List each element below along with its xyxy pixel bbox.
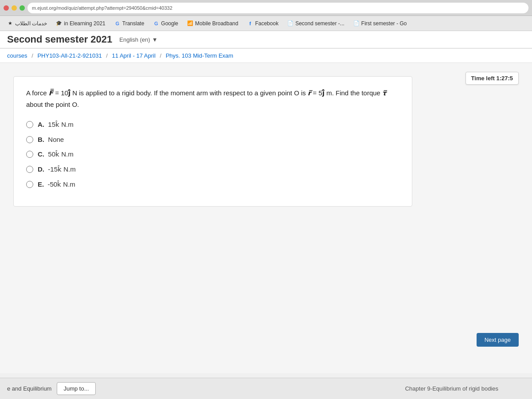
bookmark-second-label: Second semester -... (295, 20, 344, 27)
url-text: m.ejust.org/mod/quiz/attempt.php?attempt… (32, 5, 172, 11)
label-b: B. None (38, 136, 64, 143)
radio-a[interactable] (26, 121, 33, 128)
google-icon: G (153, 20, 159, 27)
answer-option-c[interactable]: C. 50k̂ N.m (26, 150, 399, 158)
bookmark-translate[interactable]: G Translate (111, 19, 148, 28)
bookmark-students[interactable]: ★ خدمات الطلاب (4, 19, 51, 28)
second-icon: 📄 (287, 20, 293, 27)
bookmark-google-label: Google (161, 20, 178, 27)
tau-variable: τ̅ (382, 89, 387, 97)
chevron-down-icon: ▼ (152, 36, 158, 43)
label-a: A. 15k̂ N.m (38, 121, 74, 129)
breadcrumb-section[interactable]: 11 April - 17 April (112, 52, 156, 59)
j-hat-1: ĵ̂ (68, 89, 70, 97)
answer-option-b[interactable]: B. None (26, 136, 399, 143)
bookmark-mobile-label: Mobile Broadband (195, 20, 238, 27)
breadcrumb-item[interactable]: Phys. 103 Mid-Term Exam (166, 52, 233, 59)
answer-option-d[interactable]: D. -15k̂ N.m (26, 165, 399, 173)
breadcrumb-home[interactable]: courses (7, 52, 27, 59)
bookmark-facebook[interactable]: f Facebook (243, 19, 282, 28)
elearning-icon: 🎓 (56, 20, 62, 27)
maximize-btn[interactable] (20, 5, 25, 11)
bookmark-mobile[interactable]: 📶 Mobile Broadband (184, 19, 242, 28)
bookmark-translate-label: Translate (122, 20, 145, 27)
minimize-btn[interactable] (12, 5, 17, 11)
semester-title: Second semester 2021 (7, 34, 112, 45)
radio-b[interactable] (26, 136, 33, 143)
breadcrumb-course[interactable]: PHY103-All-21-2-921031 (37, 52, 102, 59)
bookmark-facebook-label: Facebook (255, 20, 278, 27)
students-icon: ★ (7, 20, 13, 27)
question-text: A force F̅ = 10ĵ̂ N is applied to a rigi… (26, 87, 399, 110)
radio-c[interactable] (26, 151, 33, 158)
bookmark-elearning-label: in Elearning 2021 (64, 20, 105, 27)
bookmark-second[interactable]: 📄 Second semester -... (284, 19, 348, 28)
page-header: Second semester 2021 English (en) ▼ (0, 31, 532, 49)
translate-icon: G (114, 20, 121, 27)
language-selector[interactable]: English (en) ▼ (119, 36, 157, 43)
bookmark-students-label: خدمات الطلاب (15, 20, 47, 27)
timer-box: Time left 1:27:5 (466, 72, 519, 85)
next-page-button[interactable]: Next page (477, 333, 519, 347)
close-btn[interactable] (4, 5, 9, 11)
label-d: D. -15k̂ N.m (38, 165, 76, 173)
jump-to-button[interactable]: Jump to... (57, 382, 95, 395)
radio-d[interactable] (26, 166, 33, 173)
facebook-icon: f (247, 20, 253, 27)
bottom-bar: e and Equilibrium Jump to... Chapter 9-E… (0, 378, 532, 399)
bookmarks-bar: ★ خدمات الطلاب 🎓 in Elearning 2021 G Tra… (0, 16, 532, 31)
timer-text: Time left 1:27:5 (471, 75, 513, 82)
bookmark-first[interactable]: 📄 First semester - Go (350, 19, 411, 28)
browser-chrome: m.ejust.org/mod/quiz/attempt.php?attempt… (0, 0, 532, 16)
r-variable: r̅ (308, 89, 311, 97)
bookmark-elearning[interactable]: 🎓 in Elearning 2021 (52, 19, 109, 28)
label-e: E. -50k̂ N.m (38, 180, 75, 188)
answer-option-e[interactable]: E. -50k̂ N.m (26, 180, 399, 188)
answer-option-a[interactable]: A. 15k̂ N.m (26, 121, 399, 129)
label-c: C. 50k̂ N.m (38, 150, 74, 158)
bookmark-first-label: First semester - Go (361, 20, 407, 27)
breadcrumb: courses / PHY103-All-21-2-921031 / 11 Ap… (0, 49, 532, 63)
force-variable: F̅ (49, 89, 53, 97)
question-block: A force F̅ = 10ĵ̂ N is applied to a rigi… (13, 76, 412, 207)
content-area: Time left 1:27:5 A force F̅ = 10ĵ̂ N is … (0, 63, 532, 373)
first-icon: 📄 (353, 20, 360, 27)
j-hat-2: ĵ̂ (322, 89, 325, 97)
bottom-left-label: e and Equilibrium (7, 385, 51, 392)
radio-e[interactable] (26, 181, 33, 188)
mobile-icon: 📶 (187, 20, 193, 27)
chapter-label: Chapter 9-Equilibrium of rigid bodies (405, 385, 498, 392)
language-label: English (en) (119, 36, 150, 43)
address-bar[interactable]: m.ejust.org/mod/quiz/attempt.php?attempt… (27, 3, 528, 13)
bookmark-google[interactable]: G Google (149, 19, 182, 28)
